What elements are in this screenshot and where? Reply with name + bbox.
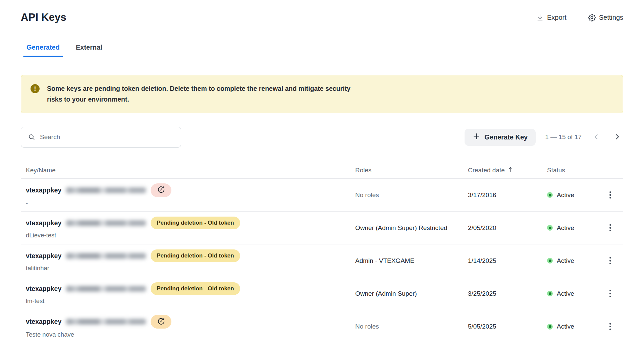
api-keys-table: Key/Name Roles Created date Status vtexa… — [21, 162, 623, 343]
plus-icon — [473, 132, 480, 142]
column-header-created-date[interactable]: Created date — [463, 166, 542, 174]
pending-deletion-warning-banner: ! Some keys are pending token deletion. … — [21, 75, 623, 113]
table-header-row: Key/Name Roles Created date Status — [21, 162, 623, 179]
status-cell: Active — [542, 323, 602, 330]
pending-deletion-badge: Pending deletion - Old token — [151, 217, 240, 229]
roles-cell: Admin - VTEXGAME — [350, 257, 463, 265]
created-date-cell: 1/14/2025 — [463, 257, 542, 265]
masked-key-segment — [66, 286, 146, 292]
table-row: vtexappkey Teste nova chave No roles 5/0… — [21, 310, 623, 343]
key-prefix: vtexappkey — [26, 186, 61, 194]
table-row: vtexappkey Pending deletion - Old token … — [21, 277, 623, 310]
status-cell: Active — [542, 224, 602, 232]
created-date-cell: 5/05/2025 — [463, 323, 542, 330]
api-keys-page: API Keys Export Settings — [0, 0, 644, 343]
download-icon — [536, 14, 544, 21]
active-status-dot — [547, 258, 553, 264]
status-badge: Active — [557, 290, 574, 297]
key-display-name: talitinhar — [26, 265, 350, 272]
row-actions-menu-button[interactable] — [607, 287, 614, 300]
generate-key-button[interactable]: Generate Key — [465, 129, 536, 146]
row-actions-menu-button[interactable] — [607, 254, 614, 267]
created-date-label: Created date — [468, 167, 505, 174]
active-status-dot — [547, 324, 553, 330]
chevron-right-icon — [613, 133, 621, 142]
key-prefix: vtexappkey — [26, 285, 61, 293]
settings-label: Settings — [599, 14, 623, 21]
table-row: vtexappkey Pending deletion - Old token … — [21, 212, 623, 244]
roles-cell: Owner (Admin Super) Restricted — [350, 224, 463, 232]
status-cell: Active — [542, 290, 602, 297]
row-actions-menu-button[interactable] — [607, 320, 614, 333]
pending-deletion-badge: Pending deletion - Old token — [151, 249, 240, 262]
created-date-cell: 3/17/2016 — [463, 191, 542, 199]
active-status-dot — [547, 291, 553, 296]
key-name-cell: vtexappkey Pending deletion - Old token … — [21, 249, 350, 272]
pending-deletion-badge: Pending deletion - Old token — [151, 282, 240, 295]
roles-cell: No roles — [350, 191, 463, 199]
key-name-cell: vtexappkey - — [21, 183, 350, 207]
sort-ascending-icon — [507, 166, 514, 174]
tab-bar: Generated External — [21, 40, 623, 56]
toolbar-right: Generate Key 1 — 15 of 17 — [465, 129, 623, 146]
export-label: Export — [547, 14, 567, 21]
top-actions: Export Settings — [536, 14, 623, 21]
key-name-cell: vtexappkey Pending deletion - Old token … — [21, 282, 350, 305]
roles-cell: Owner (Admin Super) — [350, 290, 463, 297]
row-actions-menu-button[interactable] — [607, 189, 614, 201]
search-input[interactable] — [21, 127, 181, 148]
masked-key-segment — [66, 319, 146, 325]
key-name-cell: vtexappkey Teste nova chave — [21, 315, 350, 338]
key-display-name: lm-test — [26, 297, 350, 305]
topbar: API Keys Export Settings — [21, 11, 623, 23]
masked-key-segment — [66, 220, 146, 226]
created-date-cell: 3/25/2025 — [463, 290, 542, 297]
active-status-dot — [547, 192, 553, 198]
previous-page-button[interactable] — [590, 131, 602, 144]
column-header-key-name: Key/Name — [21, 167, 350, 174]
table-toolbar: Generate Key 1 — 15 of 17 — [21, 127, 623, 148]
status-badge: Active — [557, 191, 574, 199]
table-row: vtexappkey - No roles 3/17/2016 — [21, 179, 623, 212]
column-header-status: Status — [542, 167, 602, 174]
key-prefix: vtexappkey — [26, 252, 61, 260]
chevron-left-icon — [592, 133, 600, 142]
status-badge: Active — [557, 323, 574, 330]
gear-icon — [588, 14, 596, 21]
created-date-cell: 2/05/2020 — [463, 224, 542, 232]
key-display-name: dLieve-test — [26, 232, 350, 239]
page-title: API Keys — [21, 11, 66, 23]
row-actions-menu-button[interactable] — [607, 222, 614, 234]
tab-external[interactable]: External — [75, 40, 103, 56]
status-badge: Active — [557, 224, 574, 232]
key-prefix: vtexappkey — [26, 219, 61, 227]
key-name-cell: vtexappkey Pending deletion - Old token … — [21, 217, 350, 239]
warning-icon: ! — [31, 84, 40, 93]
clock-history-icon — [157, 186, 165, 194]
pagination-range: 1 — 15 of 17 — [545, 133, 582, 141]
table-row: vtexappkey Pending deletion - Old token … — [21, 244, 623, 277]
masked-key-segment — [66, 253, 146, 259]
roles-cell: No roles — [350, 323, 463, 330]
masked-key-segment — [66, 187, 146, 193]
key-display-name: - — [26, 199, 350, 207]
export-button[interactable]: Export — [536, 14, 567, 21]
tab-generated[interactable]: Generated — [26, 40, 60, 56]
warning-text: Some keys are pending token deletion. De… — [47, 83, 351, 105]
status-cell: Active — [542, 257, 602, 265]
key-display-name: Teste nova chave — [26, 331, 350, 338]
active-status-dot — [547, 225, 553, 231]
clock-history-icon — [157, 318, 165, 326]
status-cell: Active — [542, 191, 602, 199]
search-box — [21, 127, 181, 148]
settings-button[interactable]: Settings — [588, 14, 623, 21]
token-renewal-pending-badge[interactable] — [151, 315, 171, 329]
token-renewal-pending-badge[interactable] — [151, 183, 171, 197]
key-prefix: vtexappkey — [26, 318, 61, 326]
generate-key-label: Generate Key — [484, 133, 528, 141]
status-badge: Active — [557, 257, 574, 265]
next-page-button[interactable] — [611, 131, 623, 144]
column-header-roles: Roles — [350, 167, 463, 174]
